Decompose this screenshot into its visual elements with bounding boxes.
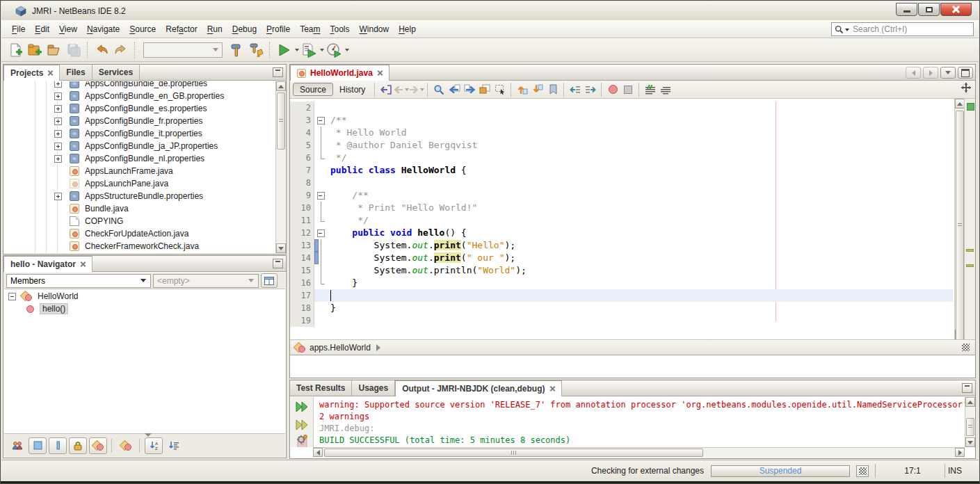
breadcrumb-chevron-icon[interactable]	[376, 344, 380, 351]
scroll-up-button[interactable]	[955, 99, 965, 108]
code-line-6[interactable]: 6 */	[290, 152, 953, 164]
menu-file[interactable]: File	[7, 22, 30, 37]
expand-icon[interactable]	[54, 105, 62, 113]
minimize-panel-button[interactable]	[962, 383, 972, 393]
new-file-button[interactable]	[6, 40, 25, 60]
change-mark[interactable]	[966, 249, 974, 252]
scrollbar-thumb[interactable]	[956, 111, 964, 340]
history-view-button[interactable]: History	[333, 83, 371, 96]
menu-debug[interactable]: Debug	[227, 22, 262, 37]
expand-icon[interactable]	[54, 130, 62, 138]
scrollbar-thumb[interactable]	[324, 449, 703, 457]
shift-line-right-button[interactable]	[583, 82, 598, 97]
uncomment-button[interactable]	[658, 82, 673, 97]
expand-icon[interactable]	[54, 143, 62, 150]
sort-by-name-button[interactable]: AZ	[145, 437, 163, 454]
tree-item-appsconfigbundle-fr-properties[interactable]: ≈AppsConfigBundle_fr.properties	[4, 115, 275, 127]
change-mark[interactable]	[966, 264, 974, 267]
expand-icon[interactable]	[54, 118, 62, 125]
code-line-11[interactable]: 11 */	[290, 214, 953, 227]
forward-button[interactable]	[409, 82, 424, 97]
previous-bookmark-button[interactable]	[515, 82, 530, 97]
output-tab-usages[interactable]: Usages	[352, 380, 395, 396]
code-editor[interactable]: 23/**4 * Hello World5 * @author Daniel B…	[290, 99, 953, 339]
members-view-select[interactable]: Members	[6, 274, 151, 288]
code-line-5[interactable]: 5 * @author Daniel Bergqvist	[290, 139, 953, 152]
tree-item-bundle-java[interactable]: Bundle.java	[4, 202, 275, 215]
menu-navigate[interactable]: Navigate	[82, 22, 124, 37]
menu-profile[interactable]: Profile	[262, 22, 295, 37]
redo-button[interactable]	[111, 40, 131, 60]
code-line-2[interactable]: 2	[290, 102, 953, 114]
tree-item-appslaunchpane-java[interactable]: AppsLaunchPane.java	[4, 177, 275, 190]
profile-project-button[interactable]	[324, 40, 344, 60]
toggle-bookmark-button[interactable]	[545, 82, 561, 97]
expand-icon[interactable]	[54, 81, 62, 88]
tree-item-checkerframeworkcheck-java[interactable]: CheckerFrameworkCheck.java	[4, 240, 275, 252]
editor-scrollbar[interactable]	[954, 99, 964, 339]
search-scope-dropdown-icon[interactable]	[845, 29, 849, 31]
title-bar[interactable]: JMRI - NetBeans IDE 8.2	[1, 1, 979, 21]
code-line-4[interactable]: 4 * Hello World	[290, 127, 953, 139]
output-scrollbar[interactable]	[965, 397, 974, 447]
output-tab-output-jmri-nbjdk-clean-debug[interactable]: Output - JMRI-NBJDK (clean,debug)	[395, 380, 561, 396]
expand-icon[interactable]	[54, 193, 62, 200]
maximize-editor-button[interactable]	[958, 67, 973, 79]
build-project-button[interactable]	[227, 40, 246, 60]
split-document-button[interactable]	[961, 83, 971, 95]
open-javadoc-window-button[interactable]	[261, 273, 278, 288]
progress-bar[interactable]: Suspended	[711, 465, 850, 477]
projects-tab-services[interactable]: Services	[93, 65, 140, 80]
projects-scrollbar[interactable]	[275, 81, 285, 253]
code-line-7[interactable]: 7public class HelloWorld {	[290, 164, 953, 177]
output-hscrollbar[interactable]	[313, 447, 965, 458]
editor-hscrollbar[interactable]	[290, 371, 975, 378]
menu-run[interactable]: Run	[202, 22, 227, 37]
toggle-rectangular-selection-button[interactable]	[492, 82, 508, 97]
apply-filters-button[interactable]	[117, 437, 135, 454]
save-all-button[interactable]	[64, 40, 83, 60]
comment-button[interactable]	[643, 82, 658, 97]
insert-mode-indicator[interactable]: INS	[948, 466, 972, 476]
scroll-tabs-left-button[interactable]	[906, 67, 921, 79]
profile-dropdown-icon[interactable]	[345, 49, 349, 51]
tree-item-appsconfigbundle-it-properties[interactable]: ≈AppsConfigBundle_it.properties	[4, 127, 275, 140]
search-input[interactable]	[851, 24, 973, 35]
code-line-16[interactable]: 16 }	[290, 277, 953, 289]
inherited-filter-select[interactable]: <empty>	[153, 274, 259, 288]
scroll-right-button[interactable]	[955, 448, 965, 457]
code-line-3[interactable]: 3/**	[290, 114, 953, 127]
undo-button[interactable]	[92, 40, 111, 60]
open-project-button[interactable]	[45, 40, 64, 60]
menu-edit[interactable]: Edit	[30, 22, 54, 37]
minimize-button[interactable]	[896, 3, 917, 16]
rerun-build-button[interactable]	[294, 398, 310, 415]
code-line-10[interactable]: 10 * Print "Hello World!"	[290, 202, 953, 214]
output-text[interactable]: warning: Supported source version 'RELEA…	[314, 397, 965, 447]
back-button[interactable]	[394, 82, 409, 97]
minimize-panel-button[interactable]	[273, 67, 283, 77]
debug-project-button[interactable]	[299, 40, 319, 60]
menu-source[interactable]: Source	[124, 22, 161, 37]
clean-and-build-button[interactable]	[246, 40, 266, 60]
process-list-button[interactable]	[856, 465, 869, 477]
show-static-members-button[interactable]	[49, 437, 67, 454]
scroll-down-button[interactable]	[965, 437, 975, 447]
show-inner-classes-button[interactable]	[89, 437, 107, 454]
code-line-19[interactable]: 19	[290, 314, 953, 327]
navigator-item-helloworld[interactable]: HelloWorld	[4, 290, 285, 302]
code-line-12[interactable]: 12 public void hello() {	[290, 227, 953, 239]
menu-team[interactable]: Team	[295, 22, 325, 37]
scrollbar-thumb[interactable]	[966, 418, 974, 436]
forward-dropdown-icon[interactable]	[420, 88, 424, 91]
run-project-button[interactable]	[274, 40, 294, 60]
tree-item-appsconfigbundle-ja-jp-properties[interactable]: ≈AppsConfigBundle_ja_JP.properties	[4, 140, 275, 152]
show-inherited-members-button[interactable]	[8, 437, 26, 454]
menu-view[interactable]: View	[54, 22, 82, 37]
document-list-button[interactable]	[940, 67, 956, 79]
code-line-8[interactable]: 8	[290, 177, 953, 189]
show-non-public-members-button[interactable]	[69, 437, 87, 454]
menu-window[interactable]: Window	[355, 22, 394, 37]
fold-start-icon[interactable]	[314, 114, 329, 127]
code-line-9[interactable]: 9 /**	[290, 189, 953, 202]
